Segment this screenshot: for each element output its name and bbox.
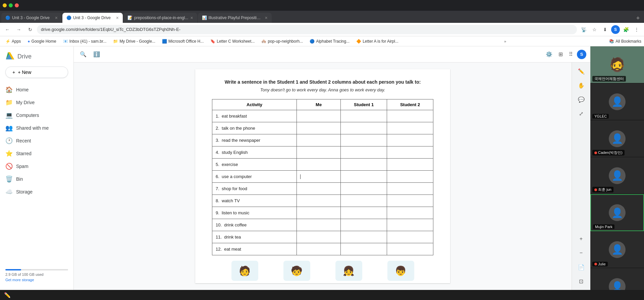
sidebar-item-bin[interactable]: 🗑️ Bin [0,173,71,185]
me-cell-8[interactable] [297,207,341,219]
forward-button[interactable]: → [14,25,23,34]
student1-cell-8[interactable] [341,207,387,219]
topbar-grid-icon[interactable]: ⊞ [556,49,565,59]
participant-tile-p5[interactable]: 👤 Mujin Park [590,194,644,231]
bookmark-letter-c[interactable]: 🔖 Letter C Worksheet... [208,38,257,44]
drive-new-button[interactable]: + + New [5,67,68,78]
tab-tab2[interactable]: 🔵 Unit 3 - Google Drive × [62,13,123,23]
student2-cell-7[interactable] [387,195,433,207]
student1-cell-0[interactable] [341,110,387,122]
profile-icon[interactable]: S [611,25,620,34]
get-more-storage-link[interactable]: Get more storage [5,278,68,282]
sidebar-item-starred[interactable]: ⭐ Starred [0,147,71,160]
me-cell-11[interactable] [297,243,341,255]
refresh-button[interactable]: ↻ [25,25,35,34]
extensions-icon[interactable]: 🧩 [621,25,631,34]
student2-cell-6[interactable] [387,183,433,195]
bookmark-google-home[interactable]: ● Google Home [25,38,59,44]
topbar-info-icon[interactable]: ℹ️ [91,49,102,59]
toolbar-hand-button[interactable]: ✋ [575,79,587,91]
student1-cell-7[interactable] [341,195,387,207]
student2-cell-2[interactable] [387,134,433,146]
student1-cell-2[interactable] [341,134,387,146]
student1-cell-4[interactable] [341,159,387,171]
me-cell-4[interactable] [297,159,341,171]
bookmark-my-drive[interactable]: 📁 My Drive - Google... [110,38,158,44]
cast-icon[interactable]: 📡 [579,25,588,34]
me-cell-0[interactable] [297,110,341,122]
student2-cell-0[interactable] [387,110,433,122]
student1-cell-1[interactable] [341,122,387,134]
me-cell-3[interactable] [297,146,341,159]
participant-tile-p3[interactable]: 👤 Caden(박창민) [590,120,644,157]
user-avatar[interactable]: S [577,50,586,59]
me-cell-9[interactable] [297,219,341,231]
student2-cell-9[interactable] [387,219,433,231]
tab-close-button[interactable]: × [116,15,119,20]
sidebar-item-computers[interactable]: 💻 Computers [0,109,71,122]
toolbar-add-page-button[interactable]: 📄 [575,261,587,273]
student2-cell-5[interactable] [387,171,433,183]
topbar-settings-icon[interactable]: ⚙️ [544,49,554,59]
participant-tile-p7[interactable]: 👤 Juha Lim [590,268,644,290]
participant-tile-p2[interactable]: 👤 YGLEC [590,83,644,120]
student2-cell-3[interactable] [387,146,433,159]
window-controls[interactable] [3,3,19,7]
student2-cell-10[interactable] [387,231,433,243]
maximize-button[interactable] [9,3,13,7]
sidebar-item-recent[interactable]: 🕐 Recent [0,134,71,147]
toolbar-comment-button[interactable]: 💬 [575,93,587,105]
sidebar-item-my-drive[interactable]: 📁 My Drive [0,96,71,109]
student1-cell-9[interactable] [341,219,387,231]
close-button[interactable] [15,3,19,7]
sidebar-item-home[interactable]: 🏠 Home [0,83,71,96]
tab-tab4[interactable]: 📊 Illustrative Playful Preposition... × [198,13,272,23]
student2-cell-11[interactable] [387,243,433,255]
pencil-icon[interactable]: ✏️ [4,292,11,298]
toolbar-expand-button[interactable]: ⤢ [575,108,587,120]
bookmark-alphabet[interactable]: 🔵 Alphabet Tracing... [307,38,352,44]
bookmark-office[interactable]: 🟦 Microsoft Office H... [159,38,206,44]
tab-close-button[interactable]: × [265,15,267,20]
student1-cell-5[interactable] [341,171,387,183]
sidebar-item-shared[interactable]: 👥 Shared with me [0,122,71,134]
tab-tab3[interactable]: 📝 prepositions-of-place-in-engl... × [123,13,197,23]
student2-cell-1[interactable] [387,122,433,134]
student1-cell-3[interactable] [341,146,387,159]
tab-close-button[interactable]: × [190,15,193,20]
new-tab-button[interactable]: + [633,13,643,23]
topbar-apps-icon[interactable]: ⠿ [567,49,575,59]
bookmarks-more-button[interactable]: » [501,39,509,44]
menu-icon[interactable]: ⋮ [632,25,641,34]
tab-close-button[interactable]: × [55,15,58,20]
student1-cell-10[interactable] [341,231,387,243]
student1-cell-11[interactable] [341,243,387,255]
bookmark-star-icon[interactable]: ☆ [590,25,599,34]
student2-cell-4[interactable] [387,159,433,171]
me-cell-1[interactable] [297,122,341,134]
toolbar-fit-button[interactable]: ⊡ [575,275,587,287]
me-cell-10[interactable] [297,231,341,243]
minimize-button[interactable] [3,3,7,7]
participant-tile-p6[interactable]: 👤 Julie [590,231,644,268]
student1-cell-6[interactable] [341,183,387,195]
tab-tab1[interactable]: 🔵 Unit 3 - Google Drive × [1,13,62,23]
topbar-search-icon[interactable]: 🔍 [78,49,89,59]
participant-tile-p1[interactable]: 🧔 국제언어체험센터 [590,46,644,83]
me-cell-5[interactable] [297,171,341,183]
sidebar-item-spam[interactable]: 🚫 Spam [0,160,71,173]
toolbar-zoom-in-button[interactable]: + [575,233,587,245]
participant-tile-p4[interactable]: 👤 최훈 jun [590,157,644,194]
back-button[interactable]: ← [3,25,12,34]
student2-cell-8[interactable] [387,207,433,219]
bookmark-letter-a[interactable]: 🔶 Letter A is for Airpl... [354,38,401,44]
download-icon[interactable]: ⬇ [600,25,610,34]
me-cell-6[interactable] [297,183,341,195]
toolbar-zoom-out-button[interactable]: − [575,247,587,259]
toolbar-pencil-button[interactable]: ✏️ [575,65,587,77]
all-bookmarks[interactable]: 📚 All Bookmarks [609,39,641,44]
sidebar-item-storage[interactable]: ☁️ Storage [0,185,71,198]
bookmark-apps[interactable]: ⚡ Apps [3,38,23,44]
me-cell-7[interactable] [297,195,341,207]
me-cell-2[interactable] [297,134,341,146]
